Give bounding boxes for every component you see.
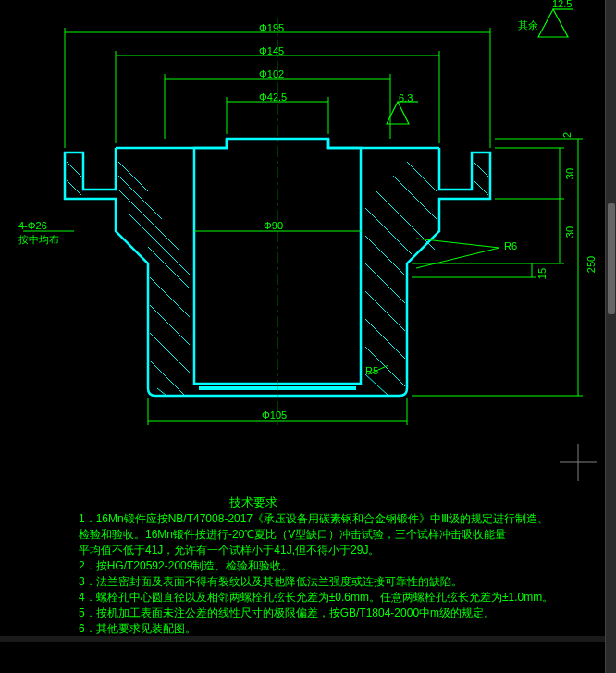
notes-line-1c: 平均值不低于41J，允许有一个试样小于41J,但不得小于29J。 (79, 543, 379, 558)
svg-line-12 (375, 190, 435, 250)
svg-line-23 (474, 180, 488, 195)
dim-holes: 4-Φ26 (18, 220, 47, 231)
dim-h2: 2 (561, 132, 573, 138)
svg-line-0 (118, 162, 148, 191)
dim-h250: 250 (585, 256, 597, 273)
dim-h15: 15 (536, 268, 548, 279)
dim-d105: Φ105 (262, 410, 287, 421)
svg-line-13 (365, 208, 412, 254)
dim-h30-mid: 30 (564, 226, 575, 238)
dim-d90: Φ90 (264, 220, 283, 231)
scrollbar-vertical[interactable] (605, 0, 616, 673)
svg-line-1 (118, 176, 162, 219)
svg-line-22 (474, 162, 488, 177)
roughness-general-prefix: 其余 (518, 18, 538, 32)
notes-title: 技术要求 (229, 495, 277, 511)
dim-holes-note: 按中均布 (18, 233, 59, 247)
svg-line-21 (67, 180, 81, 195)
notes-line-3: 3．法兰密封面及表面不得有裂纹以及其他降低法兰强度或连接可靠性的缺陷。 (79, 574, 462, 590)
notes-line-4: 4．螺栓孔中心圆直径以及相邻两螺栓孔弦长允差为±0.6mm。任意两螺栓孔弦长允差… (79, 590, 553, 606)
notes-line-1b: 检验和验收。16Mn锻件按进行-20℃夏比（V型缺口）冲击试验，三个试样冲击吸收… (79, 527, 506, 543)
notes-line-1: 1．16Mn锻件应按NB/T47008-2017《承压设备用碳素钢和合金钢锻件》… (79, 511, 548, 527)
svg-line-20 (67, 162, 81, 177)
notes-line-5: 5．按机加工表面未注公差的线性尺寸的极限偏差，按GB/T1804-2000中m级… (79, 606, 495, 621)
svg-line-19 (365, 374, 388, 396)
notes-line-2: 2．按HG/T20592-2009制造、检验和验收。 (79, 558, 292, 574)
svg-line-11 (393, 176, 437, 219)
roughness-general-value: 12.5 (552, 0, 572, 9)
dim-r6: R6 (504, 240, 517, 251)
svg-line-8 (150, 361, 185, 396)
dim-r5: R5 (365, 365, 378, 376)
dim-d195: Φ195 (259, 22, 284, 33)
scrollbar-horizontal[interactable] (0, 636, 605, 642)
roughness-local-value: 6.3 (399, 92, 413, 104)
svg-line-10 (407, 162, 437, 191)
notes-line-6: 6．其他要求见装配图。 (79, 621, 196, 637)
svg-line-3 (129, 214, 190, 275)
drawing-canvas: Φ195 Φ145 Φ102 Φ42.5 Φ90 Φ105 250 2 30 3… (0, 0, 616, 673)
dim-d102: Φ102 (259, 68, 284, 80)
dim-d145: Φ145 (259, 45, 284, 56)
dim-h30-top: 30 (564, 168, 575, 179)
dim-d42-5: Φ42.5 (259, 92, 287, 103)
svg-line-54 (416, 248, 499, 268)
